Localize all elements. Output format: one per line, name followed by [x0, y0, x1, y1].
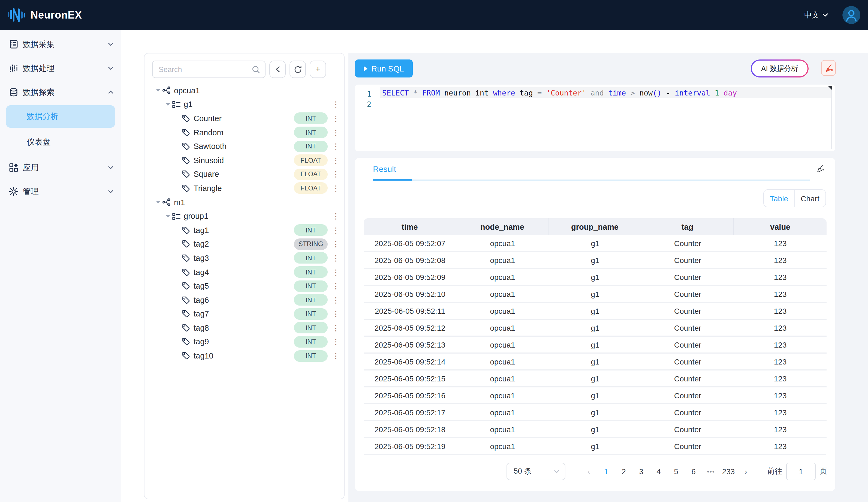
table-cell: 2025-06-05 09:52:12	[364, 320, 456, 335]
more-menu-icon[interactable]: ⋮	[332, 351, 340, 360]
sidebar-item-data-process[interactable]: 数据处理	[0, 58, 121, 78]
refresh-button[interactable]	[290, 61, 306, 78]
tag-icon	[182, 128, 190, 137]
sidebar-item-dashboard[interactable]: 仪表盘	[6, 131, 115, 153]
caret-down-icon[interactable]	[154, 89, 162, 92]
tree-node-label: tag8	[194, 323, 294, 332]
tree-row[interactable]: tag9INT⋮	[144, 335, 344, 349]
tree-row[interactable]: opcua1	[144, 83, 344, 97]
pager-page-1[interactable]: 1	[598, 467, 615, 476]
more-menu-icon[interactable]: ⋮	[332, 282, 340, 290]
table-row: 2025-06-05 09:52:18opcua1g1Counter123	[364, 421, 827, 438]
tree-row[interactable]: RandomINT⋮	[144, 126, 344, 139]
ai-analysis-button[interactable]: AI 数据分析	[751, 60, 808, 78]
table-cell: Counter	[641, 388, 734, 403]
ai-analysis-label: AI 数据分析	[761, 63, 798, 73]
result-panel: Result Table Chart timenode_namegroup_na…	[355, 158, 835, 491]
table-cell: 123	[734, 404, 827, 420]
tree-row[interactable]: tag5INT⋮	[144, 279, 344, 293]
more-menu-icon[interactable]: ⋮	[332, 184, 340, 193]
tree-row[interactable]: g1⋮	[144, 97, 344, 111]
search-box	[152, 61, 266, 78]
more-menu-icon[interactable]: ⋮	[332, 323, 340, 332]
tree-row[interactable]: tag7INT⋮	[144, 307, 344, 321]
pager-page-4[interactable]: 4	[650, 467, 667, 476]
clear-sql-button[interactable]	[821, 60, 836, 76]
tree-row[interactable]: SquareFLOAT⋮	[144, 167, 344, 181]
tree-row[interactable]: tag2STRING⋮	[144, 237, 344, 251]
more-menu-icon[interactable]: ⋮	[332, 212, 340, 220]
tree-row[interactable]: tag10INT⋮	[144, 349, 344, 363]
more-menu-icon[interactable]: ⋮	[332, 310, 340, 318]
pager-page-2[interactable]: 2	[615, 467, 632, 476]
table-cell: opcua1	[456, 235, 549, 251]
view-toggle-table[interactable]: Table	[764, 190, 795, 207]
tree-node-label: tag10	[194, 351, 294, 360]
type-badge: INT	[294, 224, 328, 236]
caret-down-icon[interactable]	[164, 103, 172, 106]
more-menu-icon[interactable]: ⋮	[332, 338, 340, 346]
search-input[interactable]	[153, 61, 265, 78]
run-sql-label: Run SQL	[371, 64, 404, 73]
more-menu-icon[interactable]: ⋮	[332, 268, 340, 277]
tree-row[interactable]: m1	[144, 195, 344, 209]
sidebar-item-label: 数据探索	[23, 87, 108, 97]
pager-more[interactable]: •••	[702, 468, 720, 475]
run-sql-button[interactable]: Run SQL	[355, 60, 413, 78]
tree-row[interactable]: tag8INT⋮	[144, 321, 344, 335]
sidebar-item-data-analysis[interactable]: 数据分析	[6, 105, 115, 128]
tree-row[interactable]: SawtoothINT⋮	[144, 139, 344, 153]
add-button[interactable]: +	[310, 61, 326, 78]
caret-down-icon[interactable]	[164, 215, 172, 218]
more-menu-icon[interactable]: ⋮	[332, 128, 340, 137]
table-body: 2025-06-05 09:52:07opcua1g1Counter123202…	[364, 235, 827, 455]
pager-page-3[interactable]: 3	[632, 467, 650, 476]
table-row: 2025-06-05 09:52:17opcua1g1Counter123	[364, 404, 827, 421]
data-process-icon	[9, 63, 19, 73]
pager-prev-button[interactable]: ‹	[580, 467, 598, 476]
tree-node-label: Triangle	[194, 184, 294, 193]
tree-row[interactable]: tag3INT⋮	[144, 251, 344, 265]
tree-row[interactable]: tag1INT⋮	[144, 223, 344, 237]
more-menu-icon[interactable]: ⋮	[332, 142, 340, 151]
page-size-select[interactable]: 50 条	[507, 463, 565, 480]
pager-next-button[interactable]: ›	[737, 467, 755, 476]
user-avatar[interactable]	[843, 6, 860, 24]
tree-row[interactable]: TriangleFLOAT⋮	[144, 181, 344, 195]
tab-active-indicator	[373, 179, 412, 181]
clear-result-button[interactable]	[816, 164, 824, 175]
view-toggle-chart[interactable]: Chart	[795, 190, 826, 207]
more-menu-icon[interactable]: ⋮	[332, 100, 340, 109]
caret-down-icon[interactable]	[154, 201, 162, 203]
pager-page-233[interactable]: 233	[720, 467, 737, 476]
sidebar-item-data-explore[interactable]: 数据探索	[0, 82, 121, 102]
editor-scrollbar[interactable]	[831, 86, 832, 149]
tree-row[interactable]: CounterINT⋮	[144, 111, 344, 125]
sql-editor[interactable]: 1SELECT * FROM neuron_int where tag = 'C…	[355, 84, 835, 151]
collapse-panel-button[interactable]	[269, 61, 286, 78]
line-number: 1	[355, 90, 371, 98]
language-switcher[interactable]: 中文	[804, 10, 828, 20]
sidebar-item-apps[interactable]: 应用	[0, 158, 121, 177]
tab-result[interactable]: Result	[373, 164, 396, 173]
more-menu-icon[interactable]: ⋮	[332, 156, 340, 165]
tag-icon	[182, 156, 190, 165]
more-menu-icon[interactable]: ⋮	[332, 170, 340, 179]
tree-row[interactable]: group1⋮	[144, 209, 344, 223]
more-menu-icon[interactable]: ⋮	[332, 295, 340, 304]
tree-row[interactable]: SinusoidFLOAT⋮	[144, 153, 344, 167]
table-cell: g1	[549, 269, 641, 285]
sidebar-item-admin[interactable]: 管理	[0, 182, 121, 201]
more-menu-icon[interactable]: ⋮	[332, 114, 340, 123]
tree-row[interactable]: tag4INT⋮	[144, 265, 344, 279]
app-root: NeuronEX 中文	[0, 0, 868, 502]
pager-page-6[interactable]: 6	[685, 467, 702, 476]
pager-page-5[interactable]: 5	[667, 467, 685, 476]
tree-row[interactable]: tag6INT⋮	[144, 293, 344, 307]
tree-node-label: tag7	[194, 310, 294, 318]
sidebar-item-data-collect[interactable]: 数据采集	[0, 34, 121, 54]
more-menu-icon[interactable]: ⋮	[332, 240, 340, 249]
more-menu-icon[interactable]: ⋮	[332, 225, 340, 234]
goto-page-input[interactable]	[786, 463, 816, 480]
more-menu-icon[interactable]: ⋮	[332, 254, 340, 262]
